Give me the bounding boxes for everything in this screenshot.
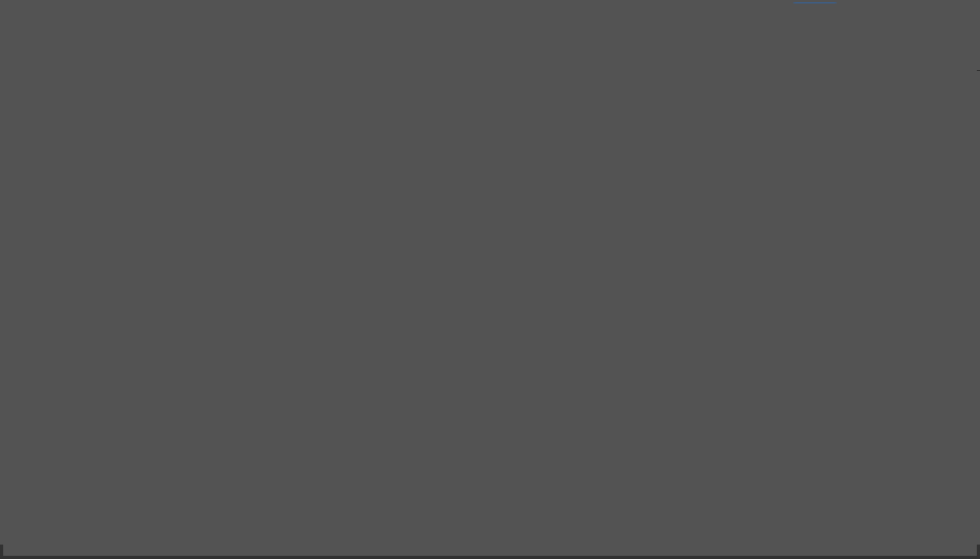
- stroke-swatch[interactable]: [792, 261, 806, 276]
- properties-panel: Properties Layers Libraries Linked File …: [783, 48, 980, 545]
